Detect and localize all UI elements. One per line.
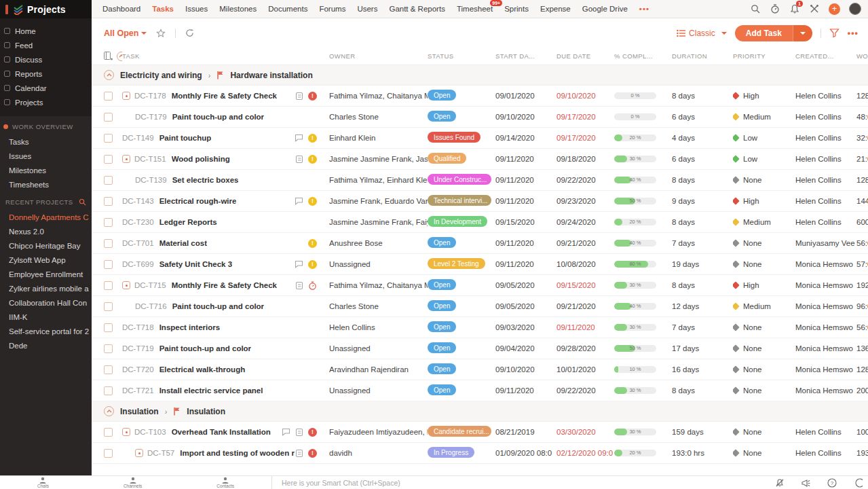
row-checkbox[interactable]: [104, 323, 113, 332]
notifications-bell-icon[interactable]: 1: [789, 3, 800, 14]
task-name[interactable]: Electrical rough-wire: [159, 197, 237, 205]
recent-project-dede[interactable]: Dede: [0, 338, 92, 352]
row-checkbox[interactable]: [104, 113, 113, 122]
priority-label[interactable]: None: [743, 386, 762, 395]
task-row[interactable]: DC-T230Ledger ReportsJasmine Jasmine Fra…: [92, 212, 868, 233]
collapse-group-icon[interactable]: [104, 406, 114, 416]
group-tasklist-name[interactable]: Insulation: [120, 407, 159, 416]
task-row[interactable]: DC-T143Electrical rough-wire!Jasmine Fra…: [92, 191, 868, 212]
recent-project-chipco-heritage-bay[interactable]: Chipco Heritage Bay: [0, 238, 92, 253]
task-name[interactable]: Ledger Reports: [159, 218, 217, 226]
sidebar-item-home[interactable]: Home: [0, 24, 92, 38]
progress-bar[interactable]: 30 %: [614, 387, 656, 394]
mute-notifications-icon[interactable]: [775, 478, 785, 488]
row-checkbox[interactable]: [104, 155, 113, 164]
status-badge[interactable]: Open: [428, 363, 456, 374]
task-row[interactable]: DC-T699Safety Unit Check 3!UnassignedLev…: [92, 254, 868, 275]
quick-add-button[interactable]: +: [829, 3, 840, 15]
sidebar-item-reports[interactable]: Reports: [0, 67, 92, 81]
nav-item-documents[interactable]: Documents: [268, 5, 307, 13]
group-tasklist-name[interactable]: Electricity and wiring: [120, 71, 202, 80]
column-header-percent-complete[interactable]: % COMPL...: [614, 52, 672, 60]
row-checkbox[interactable]: [104, 302, 113, 311]
nav-item-timesheet[interactable]: Timesheet99+: [457, 5, 493, 13]
add-task-dropdown[interactable]: [793, 25, 812, 41]
task-owner[interactable]: Jasmine Jasmine Frank, Faiya: [329, 218, 428, 226]
progress-bar[interactable]: 80 %: [614, 261, 656, 268]
priority-label[interactable]: None: [743, 260, 762, 268]
status-badge[interactable]: Open: [428, 90, 456, 101]
row-checkbox[interactable]: [104, 218, 113, 227]
task-name[interactable]: Safety Unit Check 3: [159, 260, 232, 268]
task-name[interactable]: Material cost: [159, 239, 207, 247]
progress-bar[interactable]: 50 %: [614, 198, 656, 204]
status-badge[interactable]: In Progress: [428, 447, 474, 458]
group-milestone-name[interactable]: Insulation: [187, 407, 225, 416]
column-header-created-by[interactable]: CREATED...: [795, 52, 856, 60]
task-owner[interactable]: Fathima Yilmaz, Chaitanya Mo: [329, 92, 428, 100]
status-badge[interactable]: Candidate recrui...: [428, 426, 491, 437]
progress-bar[interactable]: 50 %: [614, 345, 656, 352]
row-checkbox[interactable]: [104, 428, 113, 437]
status-badge[interactable]: Under Construc...: [428, 174, 491, 185]
collapse-all-icon[interactable]: [117, 52, 122, 61]
progress-bar[interactable]: 40 %: [614, 303, 656, 310]
task-log-icon[interactable]: [295, 155, 303, 164]
progress-bar[interactable]: 0 %: [614, 113, 656, 120]
status-badge[interactable]: Open: [428, 342, 456, 353]
nav-item-google-drive[interactable]: Google Drive: [582, 5, 628, 13]
row-checkbox[interactable]: [104, 260, 113, 269]
board-view-icon[interactable]: [104, 52, 113, 60]
hamburger-icon[interactable]: [5, 5, 8, 14]
app-logo[interactable]: Projects: [0, 0, 92, 18]
column-header-task[interactable]: TASK: [122, 52, 329, 60]
task-owner[interactable]: Charles Stone: [329, 302, 428, 310]
sidebar-item-projects[interactable]: Projects: [0, 95, 92, 109]
task-row[interactable]: DC-T149Paint touchup!Einhard KleinIssues…: [92, 128, 868, 149]
priority-label[interactable]: Medium: [743, 302, 771, 310]
task-row[interactable]: DC-T103Overhead Tank Installation!Faiyaz…: [92, 422, 868, 443]
task-owner[interactable]: Anushree Bose: [329, 239, 428, 247]
task-name[interactable]: Paint touch-up and color: [172, 302, 264, 310]
task-name[interactable]: Overhead Tank Installation: [172, 428, 271, 436]
recent-project-iim-k[interactable]: IIM-K: [0, 310, 92, 324]
sidebar-item-issues[interactable]: Issues: [0, 149, 92, 163]
task-log-icon[interactable]: [295, 428, 303, 437]
task-row[interactable]: DC-T179Paint touch-up and colorCharles S…: [92, 107, 868, 128]
timer-overrun-icon[interactable]: [308, 281, 317, 290]
nav-item-expense[interactable]: Expense: [540, 5, 571, 13]
task-owner[interactable]: Fathima Yilmaz, Chaitanya Mo: [329, 281, 428, 289]
view-filter-dropdown[interactable]: All Open: [104, 29, 147, 38]
row-checkbox[interactable]: [104, 239, 113, 248]
progress-bar[interactable]: 30 %: [614, 156, 656, 162]
status-badge[interactable]: Level 2 Testing: [428, 258, 485, 269]
sidebar-item-milestones[interactable]: Milestones: [0, 163, 92, 177]
task-row[interactable]: DC-T57Import and testing of wooden r!dav…: [92, 443, 868, 464]
task-name[interactable]: Wood polishing: [172, 155, 230, 163]
task-owner[interactable]: Jasmine Jasmine Frank, Jasmi: [329, 155, 428, 163]
task-owner[interactable]: Unassigned: [329, 260, 428, 268]
nav-item-issues[interactable]: Issues: [185, 5, 208, 13]
task-row[interactable]: DC-T720Electrical walk-throughAravindhan…: [92, 359, 868, 380]
timer-icon[interactable]: [770, 3, 780, 14]
progress-bar[interactable]: 0 %: [614, 92, 656, 99]
reminder-alert-icon[interactable]: !: [308, 260, 317, 269]
task-row[interactable]: DC-T721Install electric service panelUna…: [92, 380, 868, 401]
favorite-star-icon[interactable]: [156, 29, 166, 38]
task-name[interactable]: Monthly Fire & Safety Check: [172, 92, 277, 100]
layout-view-dropdown[interactable]: Classic: [677, 29, 727, 38]
task-owner[interactable]: Einhard Klein: [329, 134, 428, 142]
row-checkbox[interactable]: [104, 386, 113, 395]
row-checkbox[interactable]: [104, 197, 113, 206]
nav-item-users[interactable]: Users: [357, 5, 377, 13]
overdue-alert-icon[interactable]: !: [308, 428, 317, 437]
help-icon[interactable]: ?: [827, 478, 837, 488]
chat-tab-channels[interactable]: Channels: [124, 477, 142, 488]
column-header-duration[interactable]: DURATION: [672, 52, 733, 60]
sidebar-item-calendar[interactable]: Calendar: [0, 81, 92, 95]
priority-label[interactable]: High: [743, 92, 759, 100]
sidebar-item-feed[interactable]: Feed: [0, 38, 92, 52]
task-row[interactable]: DC-T716Paint touch-up and colorCharles S…: [92, 296, 868, 317]
recent-project-self-service-portal-for-2[interactable]: Self-service portal for 2: [0, 324, 92, 338]
task-owner[interactable]: Aravindhan Rajendiran: [329, 365, 428, 374]
